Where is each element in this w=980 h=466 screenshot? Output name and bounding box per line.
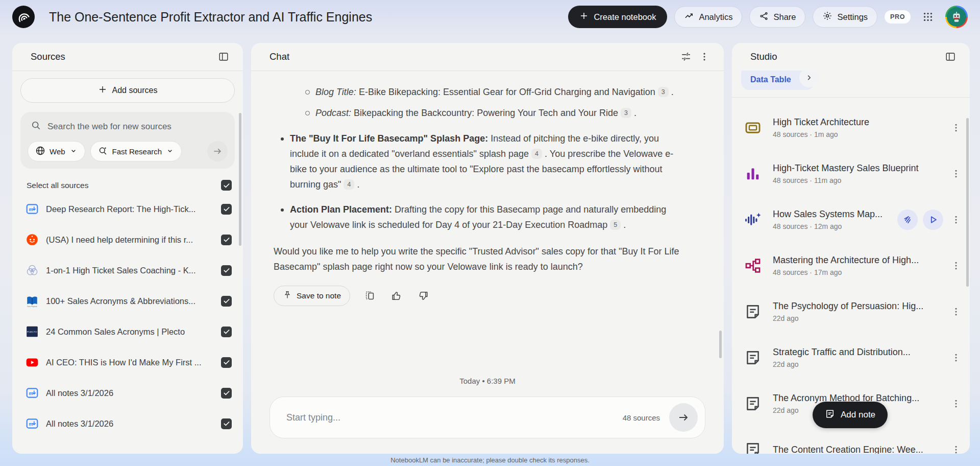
item-menu-icon[interactable]	[947, 165, 965, 182]
studio-item-row[interactable]: High-Ticket Mastery Sales Blueprint48 so…	[744, 151, 965, 197]
item-menu-icon[interactable]	[947, 349, 965, 366]
citation-badge[interactable]: 3	[658, 87, 669, 97]
item-menu-icon[interactable]	[947, 395, 965, 412]
body-text: E-Bike Bikepacking: Essential Gear for O…	[356, 87, 658, 97]
send-button[interactable]	[669, 403, 698, 432]
research-mode-chip[interactable]: Fast Research	[90, 141, 182, 161]
svg-text:m: m	[29, 391, 33, 396]
studio-item-meta: 48 sources · 1m ago	[773, 130, 943, 138]
chat-scrollbar[interactable]	[719, 331, 722, 358]
source-row[interactable]: mDeep Research Report: The High-Tick...	[20, 194, 235, 224]
source-checkbox[interactable]	[221, 204, 232, 215]
source-title: AI CEO: THIS is How I'd Make My First ..…	[46, 358, 216, 367]
source-row[interactable]: PLECTO24 Common Sales Acronyms | Plecto	[20, 316, 235, 347]
source-checkbox[interactable]	[221, 357, 232, 368]
interactive-mode-button[interactable]	[897, 209, 918, 230]
citation-badge[interactable]: 4	[531, 149, 542, 159]
notebooklm-logo[interactable]	[12, 6, 35, 28]
source-row[interactable]: mAll notes 3/1/2026	[20, 408, 235, 439]
item-menu-icon[interactable]	[947, 257, 965, 274]
pin-icon	[283, 290, 292, 301]
studio-item-row[interactable]: High Ticket Architecture48 sources · 1m …	[744, 105, 965, 151]
studio-item-row[interactable]: The Content Creation Engine: Wee...	[744, 427, 965, 454]
analytics-button[interactable]: Analytics	[674, 6, 742, 28]
tune-icon[interactable]	[677, 48, 695, 66]
source-checkbox[interactable]	[221, 235, 232, 245]
apps-grid-icon[interactable]	[918, 7, 938, 27]
top-header: The One-Sentence Profit Extractor and AI…	[0, 0, 980, 34]
add-sources-button[interactable]: Add sources	[20, 78, 235, 103]
sources-scrollbar[interactable]	[239, 113, 241, 246]
citation-badge[interactable]: 4	[344, 179, 354, 190]
more-menu-icon[interactable]	[695, 48, 714, 66]
studio-item-row[interactable]: Mastering the Architecture of High...48 …	[744, 243, 965, 289]
source-row[interactable]: (USA) I need help determining if this r.…	[20, 224, 235, 255]
source-row[interactable]: mAll notes 3/1/2026	[20, 378, 235, 408]
chat-sub-bullet: Podcast: Bikepacking the Backcountry: Po…	[305, 105, 683, 121]
settings-button[interactable]: Settings	[813, 6, 877, 28]
body-text: Bikepacking the Backcountry: Powering Yo…	[351, 108, 621, 118]
web-scope-chip[interactable]: Web	[28, 141, 85, 161]
source-checkbox[interactable]	[221, 388, 232, 399]
add-note-button[interactable]: Add note	[813, 402, 888, 428]
studio-item-row[interactable]: How Sales Systems Map...48 sources · 12m…	[744, 197, 965, 243]
save-to-note-button[interactable]: Save to note	[274, 286, 350, 306]
chevron-down-icon	[166, 147, 174, 156]
pro-badge: PRO	[885, 10, 911, 24]
search-input[interactable]	[47, 122, 225, 132]
source-row[interactable]: AI CEO: THIS is How I'd Make My First ..…	[20, 347, 235, 378]
source-checkbox[interactable]	[221, 296, 232, 307]
thumbs-up-icon[interactable]	[390, 289, 403, 302]
select-all-checkbox[interactable]	[221, 180, 232, 191]
play-audio-button[interactable]	[923, 209, 943, 230]
citation-badge[interactable]: 5	[610, 220, 621, 230]
collapse-panel-icon[interactable]	[941, 48, 960, 66]
copy-icon[interactable]	[363, 289, 377, 302]
studio-scrollbar[interactable]	[966, 118, 969, 287]
chevron-down-icon	[69, 147, 78, 156]
source-row[interactable]: Sales Playbook100+ Sales Acronyms & Abbr…	[20, 286, 235, 316]
plus-icon	[98, 85, 107, 96]
globe-icon	[35, 146, 45, 157]
bold-text: Action Plan Placement:	[290, 204, 392, 215]
source-checkbox[interactable]	[221, 418, 232, 429]
studio-item-row[interactable]: Strategic Traffic and Distribution...22d…	[744, 335, 965, 381]
source-checkbox[interactable]	[221, 327, 232, 337]
collapse-panel-icon[interactable]	[214, 48, 233, 66]
item-menu-icon[interactable]	[947, 303, 965, 320]
notebook-title[interactable]: The One-Sentence Profit Extractor and AI…	[49, 10, 560, 25]
studio-item-text: The Content Creation Engine: Wee...	[773, 445, 943, 454]
svg-text:PLECTO: PLECTO	[27, 331, 37, 333]
sources-panel-title: Sources	[31, 51, 65, 62]
item-menu-icon[interactable]	[947, 119, 965, 136]
barchart-icon	[744, 165, 762, 182]
chevron-right-icon[interactable]	[799, 71, 819, 87]
studio-item-row[interactable]: The Psychology of Persuasion: Hig...22d …	[744, 289, 965, 335]
share-button[interactable]: Share	[749, 6, 805, 28]
body-text: .	[631, 108, 636, 118]
studio-item-text: The Psychology of Persuasion: Hig...22d …	[773, 301, 943, 322]
chat-input[interactable]	[286, 412, 623, 423]
create-notebook-button[interactable]: Create notebook	[568, 6, 667, 28]
italic-text: Blog Title:	[315, 87, 356, 97]
web-search-card: Web Fast Research	[20, 112, 235, 169]
studio-item-text: High Ticket Architecture48 sources · 1m …	[773, 117, 943, 138]
item-menu-icon[interactable]	[947, 211, 965, 228]
search-icon	[31, 120, 41, 133]
source-title: 100+ Sales Acronyms & Abbreviations...	[46, 296, 216, 306]
studio-item-title: The Psychology of Persuasion: Hig...	[773, 301, 943, 312]
source-checkbox[interactable]	[221, 265, 232, 276]
studio-item-text: Mastering the Architecture of High...48 …	[773, 255, 943, 276]
search-submit-button[interactable]	[207, 141, 228, 161]
item-menu-icon[interactable]	[947, 441, 965, 454]
notes-source-icon: m	[26, 202, 39, 216]
thumbs-down-icon[interactable]	[416, 289, 430, 302]
studio-output-chips: Data Table	[732, 71, 970, 97]
report-icon	[744, 395, 762, 412]
bold-text: The "Buy It For Life Basecamp" Splash Pa…	[290, 133, 488, 144]
source-row[interactable]: 1-on-1 High Ticket Sales Coaching - K...	[20, 255, 235, 286]
user-avatar[interactable]	[945, 6, 968, 28]
source-title: (USA) I need help determining if this r.…	[46, 235, 216, 245]
source-title: Deep Research Report: The High-Tick...	[46, 204, 216, 214]
citation-badge[interactable]: 3	[621, 108, 631, 118]
